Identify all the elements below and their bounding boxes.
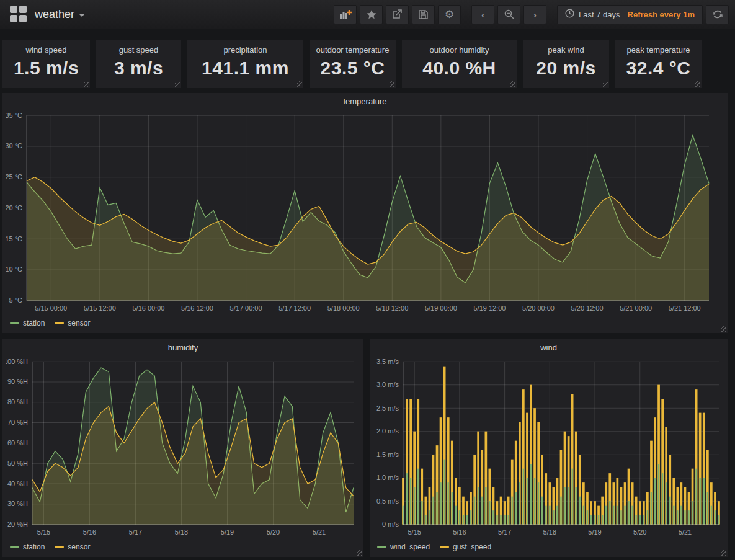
- series-color-swatch: [10, 546, 19, 548]
- legend-item-station[interactable]: station: [10, 319, 45, 327]
- time-range-picker[interactable]: Last 7 days Refresh every 1m: [557, 5, 703, 24]
- stat-value: 3 m/s: [96, 58, 181, 79]
- settings-button[interactable]: ⚙: [438, 5, 461, 24]
- svg-text:5/17 00:00: 5/17 00:00: [230, 304, 262, 312]
- legend-label: station: [23, 543, 45, 551]
- resize-handle[interactable]: [510, 81, 515, 87]
- legend-label: sensor: [68, 319, 90, 327]
- series-color-swatch: [55, 322, 64, 324]
- resize-handle[interactable]: [357, 550, 362, 556]
- star-button[interactable]: [360, 5, 383, 24]
- humidity-chart[interactable]: 20 %H30 %H40 %H50 %H60 %H70 %H80 %H90 %H…: [2, 355, 363, 541]
- stat-title[interactable]: peak temperature: [615, 45, 702, 55]
- time-back-button[interactable]: ‹: [471, 5, 494, 24]
- svg-text:5/21 00:00: 5/21 00:00: [620, 304, 652, 312]
- svg-text:0.5 m/s: 0.5 m/s: [376, 497, 399, 505]
- panel-title-humidity[interactable]: humidity: [2, 339, 363, 355]
- stat-title[interactable]: peak wind: [523, 45, 609, 55]
- svg-text:5/19: 5/19: [221, 528, 234, 536]
- chevron-down-icon: [79, 14, 85, 17]
- resize-handle[interactable]: [296, 81, 302, 87]
- svg-text:30 °C: 30 °C: [6, 142, 22, 149]
- stat-title[interactable]: outdoor humidity: [402, 45, 517, 55]
- stat-title[interactable]: gust speed: [96, 45, 181, 55]
- stat-title[interactable]: wind speed: [2, 45, 90, 55]
- svg-text:5/16 00:00: 5/16 00:00: [132, 304, 164, 312]
- resize-handle[interactable]: [721, 550, 726, 556]
- legend-label: station: [23, 319, 45, 327]
- svg-text:5/17 12:00: 5/17 12:00: [278, 304, 311, 312]
- series-color-swatch: [440, 546, 449, 548]
- panel-title-temperature[interactable]: temperature: [2, 93, 728, 109]
- svg-text:5/20 12:00: 5/20 12:00: [571, 304, 604, 312]
- svg-text:5/19: 5/19: [588, 528, 601, 536]
- svg-text:3.0 m/s: 3.0 m/s: [376, 381, 399, 388]
- svg-text:5/20: 5/20: [633, 528, 646, 536]
- stat-panel-precipitation: precipitation 141.1 mm: [187, 40, 303, 88]
- refresh-icon: [713, 10, 723, 19]
- temperature-legend: station sensor: [2, 317, 728, 333]
- stat-panel-gust-speed: gust speed 3 m/s: [96, 40, 181, 88]
- svg-text:70 %H: 70 %H: [7, 419, 28, 426]
- share-button[interactable]: [386, 5, 409, 24]
- svg-text:5/18: 5/18: [175, 528, 188, 536]
- stat-panel-peak-wind: peak wind 20 m/s: [523, 40, 609, 88]
- legend-item-wind-speed[interactable]: wind_speed: [377, 543, 430, 551]
- svg-text:25 °C: 25 °C: [6, 173, 22, 180]
- svg-text:5/16 12:00: 5/16 12:00: [181, 304, 213, 312]
- panel-humidity: humidity 20 %H30 %H40 %H50 %H60 %H70 %H8…: [2, 339, 363, 557]
- svg-text:60 %H: 60 %H: [7, 439, 28, 447]
- save-button[interactable]: [412, 5, 435, 24]
- svg-text:10 °C: 10 °C: [6, 265, 22, 273]
- stat-panel-outdoor-temperature: outdoor temperature 23.5 °C: [310, 40, 396, 88]
- time-forward-button[interactable]: ›: [523, 5, 546, 24]
- dashboard-title-dropdown[interactable]: weather: [35, 8, 85, 21]
- svg-text:5/19 12:00: 5/19 12:00: [473, 304, 506, 312]
- dashboard-title: weather: [35, 8, 74, 21]
- resize-handle[interactable]: [83, 81, 89, 87]
- humidity-legend: station sensor: [2, 541, 363, 557]
- temperature-chart[interactable]: 5 °C10 °C15 °C20 °C25 °C30 °C35 °C5/15 0…: [2, 109, 728, 317]
- resize-handle[interactable]: [389, 81, 394, 87]
- wind-legend: wind_speed gust_speed: [370, 541, 728, 557]
- wind-chart-svg[interactable]: 0 m/s0.5 m/s1.0 m/s1.5 m/s2.0 m/s2.5 m/s…: [373, 355, 724, 541]
- legend-item-sensor[interactable]: sensor: [55, 543, 90, 551]
- legend-item-sensor[interactable]: sensor: [55, 319, 90, 327]
- legend-item-station[interactable]: station: [10, 543, 45, 551]
- panel-title-wind[interactable]: wind: [370, 339, 728, 355]
- zoom-out-button[interactable]: [497, 5, 520, 24]
- save-icon: [419, 10, 428, 19]
- legend-item-gust-speed[interactable]: gust_speed: [440, 543, 491, 551]
- add-panel-button[interactable]: [334, 5, 357, 24]
- svg-text:5/15 12:00: 5/15 12:00: [84, 304, 116, 312]
- series-color-swatch: [55, 546, 64, 548]
- svg-text:5/19 00:00: 5/19 00:00: [425, 304, 457, 312]
- refresh-button[interactable]: [706, 5, 729, 24]
- wind-chart[interactable]: 0 m/s0.5 m/s1.0 m/s1.5 m/s2.0 m/s2.5 m/s…: [370, 355, 728, 541]
- svg-text:5/16: 5/16: [453, 528, 466, 536]
- svg-text:5/15 00:00: 5/15 00:00: [35, 304, 67, 312]
- svg-text:2.5 m/s: 2.5 m/s: [376, 404, 399, 412]
- temperature-chart-svg[interactable]: 5 °C10 °C15 °C20 °C25 °C30 °C35 °C5/15 0…: [6, 109, 724, 317]
- svg-text:15 °C: 15 °C: [6, 235, 22, 242]
- svg-text:20 %H: 20 %H: [7, 520, 28, 528]
- stat-value: 1.5 m/s: [2, 58, 90, 79]
- resize-handle[interactable]: [602, 81, 608, 87]
- stat-title[interactable]: outdoor temperature: [310, 45, 396, 55]
- svg-text:3.5 m/s: 3.5 m/s: [376, 358, 399, 365]
- series-color-swatch: [10, 322, 19, 324]
- grafana-dashboards-icon[interactable]: [10, 6, 27, 23]
- stat-value: 23.5 °C: [310, 58, 396, 79]
- stat-title[interactable]: precipitation: [187, 45, 303, 55]
- svg-text:5/17: 5/17: [129, 528, 142, 536]
- resize-handle[interactable]: [695, 81, 700, 87]
- humidity-chart-svg[interactable]: 20 %H30 %H40 %H50 %H60 %H70 %H80 %H90 %H…: [6, 355, 360, 541]
- resize-handle[interactable]: [174, 81, 180, 87]
- star-icon: [367, 10, 376, 19]
- svg-text:5/15: 5/15: [408, 528, 421, 536]
- svg-text:20 °C: 20 °C: [6, 204, 22, 211]
- resize-handle[interactable]: [721, 326, 726, 332]
- series-color-swatch: [377, 546, 386, 548]
- svg-text:5/16: 5/16: [83, 528, 96, 536]
- stat-value: 32.4 °C: [615, 58, 702, 79]
